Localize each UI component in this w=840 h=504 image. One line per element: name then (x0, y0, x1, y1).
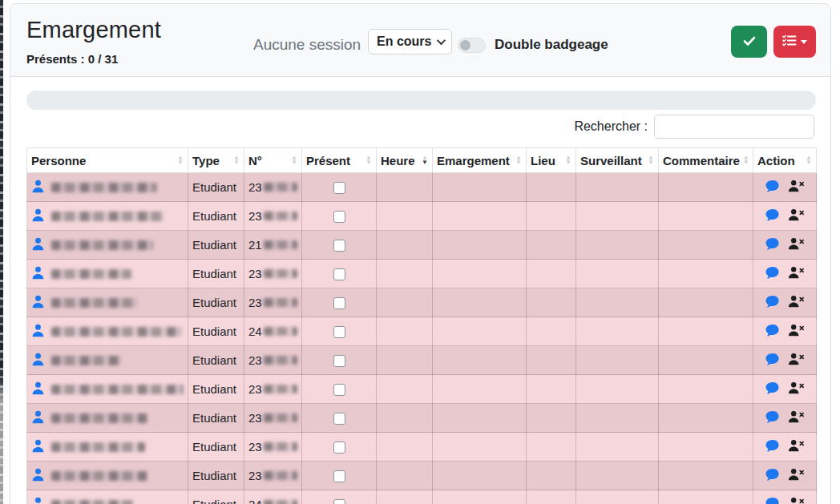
comment-button[interactable] (765, 497, 781, 504)
surveillant-cell (576, 375, 659, 404)
remove-person-button[interactable] (788, 179, 805, 195)
commentaire-cell (659, 404, 753, 433)
person-x-icon (788, 179, 805, 195)
lieu-cell (527, 317, 576, 346)
column-header[interactable]: Lieu ▲▼ (527, 148, 576, 173)
heure-cell (377, 346, 433, 375)
row-type: Etudiant (192, 498, 236, 504)
column-header-label: Type (192, 154, 220, 167)
comment-button[interactable] (765, 266, 781, 282)
row-type: Etudiant (192, 325, 236, 338)
remove-person-button[interactable] (788, 468, 805, 483)
list-menu-button[interactable] (773, 26, 816, 58)
search-input[interactable] (654, 115, 814, 139)
redacted-number (264, 385, 297, 393)
column-header[interactable]: Heure ▲▼ (377, 148, 433, 173)
redacted-number (264, 269, 297, 278)
session-select[interactable]: En cours (368, 29, 452, 54)
table-row: Etudiant 23 (27, 404, 817, 433)
chat-bubble-icon (765, 324, 781, 340)
remove-person-button[interactable] (788, 439, 805, 454)
sort-icon: ▲▼ (233, 155, 240, 165)
present-checkbox[interactable] (333, 499, 345, 504)
emargement-card: Emargement Présents : 0 / 31 Aucune sess… (10, 3, 831, 504)
remove-person-button[interactable] (788, 353, 805, 368)
comment-button[interactable] (765, 439, 781, 455)
emargement-cell (433, 260, 527, 288)
column-header[interactable]: Emargement ▲▼ (433, 148, 527, 173)
present-checkbox[interactable] (333, 268, 345, 280)
present-checkbox[interactable] (333, 326, 345, 338)
sort-icon: ▲▼ (515, 155, 522, 165)
card-body: Rechercher : Personne ▲▼ Type ▲▼ N° ▲▼ (10, 77, 830, 504)
heure-cell (377, 462, 433, 490)
present-checkbox[interactable] (333, 297, 345, 309)
present-checkbox[interactable] (333, 384, 345, 396)
comment-button[interactable] (765, 324, 781, 340)
comment-button[interactable] (765, 410, 781, 426)
row-number-prefix: 24 (248, 325, 262, 338)
redacted-name (51, 356, 121, 365)
left-edge-blur (0, 0, 3, 504)
present-checkbox[interactable] (333, 182, 345, 194)
column-header[interactable]: Type ▲▼ (188, 148, 244, 173)
page-title: Emargement (26, 17, 161, 43)
heure-cell (377, 231, 433, 260)
present-checkbox[interactable] (333, 413, 345, 425)
comment-button[interactable] (765, 381, 781, 397)
double-badge-toggle[interactable] (458, 38, 486, 53)
person-icon (31, 439, 45, 455)
remove-person-button[interactable] (788, 295, 805, 310)
column-header[interactable]: Présent ▲▼ (302, 148, 377, 173)
remove-person-button[interactable] (788, 208, 805, 224)
present-checkbox[interactable] (333, 240, 345, 252)
comment-button[interactable] (765, 179, 781, 196)
comment-button[interactable] (765, 353, 781, 369)
present-checkbox[interactable] (333, 355, 345, 367)
commentaire-cell (659, 375, 753, 404)
column-header[interactable]: Personne ▲▼ (27, 148, 188, 173)
redacted-name (51, 385, 184, 394)
lieu-cell (527, 490, 576, 504)
row-type: Etudiant (192, 267, 236, 280)
remove-person-button[interactable] (788, 410, 805, 425)
column-header[interactable]: Commentaire ▲▼ (659, 148, 753, 173)
comment-button[interactable] (765, 468, 781, 484)
remove-person-button[interactable] (788, 381, 805, 397)
remove-person-button[interactable] (788, 237, 805, 252)
column-header-label: Présent (306, 154, 350, 167)
validate-button[interactable] (731, 26, 767, 58)
person-x-icon (788, 497, 805, 504)
redacted-name (51, 298, 138, 308)
present-checkbox[interactable] (333, 211, 345, 223)
table-row: Etudiant 23 (27, 375, 817, 404)
present-checkbox[interactable] (333, 442, 345, 454)
commentaire-cell (659, 231, 753, 260)
lieu-cell (527, 375, 576, 404)
heure-cell (377, 202, 433, 231)
lieu-cell (527, 288, 576, 317)
person-icon (31, 237, 45, 253)
surveillant-cell (576, 202, 659, 231)
redacted-number (264, 327, 297, 336)
column-header[interactable]: Surveillant ▲▼ (576, 148, 659, 173)
commentaire-cell (659, 288, 753, 317)
row-number-prefix: 23 (248, 180, 262, 194)
column-header-label: Surveillant (580, 154, 642, 167)
row-type: Etudiant (192, 353, 236, 367)
remove-person-button[interactable] (788, 266, 805, 281)
remove-person-button[interactable] (788, 324, 805, 339)
comment-button[interactable] (765, 208, 781, 224)
surveillant-cell (576, 288, 659, 317)
heure-cell (377, 260, 433, 288)
remove-person-button[interactable] (788, 497, 805, 504)
comment-button[interactable] (765, 237, 781, 253)
comment-button[interactable] (765, 295, 781, 311)
chat-bubble-icon (765, 410, 781, 426)
present-checkbox[interactable] (333, 470, 345, 482)
column-header-label: Personne (31, 154, 86, 167)
row-type: Etudiant (192, 296, 236, 309)
session-status-text: Aucune session (253, 36, 361, 54)
column-header[interactable]: N° ▲▼ (244, 148, 302, 173)
column-header[interactable]: Action ▲▼ (753, 148, 817, 173)
